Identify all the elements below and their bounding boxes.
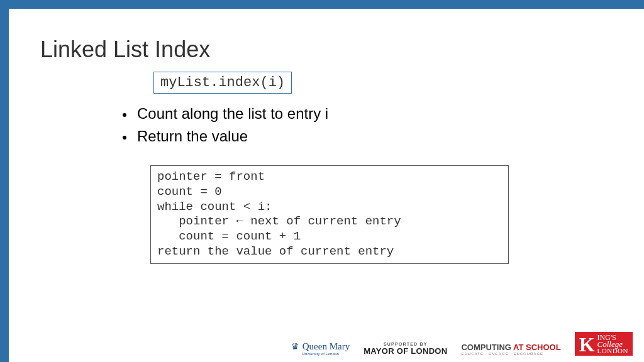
qm-text: Queen Mary <box>303 341 350 351</box>
crown-icon: ♛ <box>291 341 299 351</box>
cas-main: COMPUTING AT SCHOOL <box>461 343 560 352</box>
computing-at-school-logo: COMPUTING AT SCHOOL EDUCATE · ENGAGE · E… <box>461 343 560 356</box>
kcl-stack: ING'S College LONDON <box>597 334 628 354</box>
queen-mary-logo: ♛ Queen Mary University of London <box>291 341 350 356</box>
code-block: pointer = front count = 0 while count < … <box>150 165 509 264</box>
mayor-of-london-logo: SUPPORTED BY MAYOR OF LONDON <box>364 342 447 356</box>
kings-college-logo: K ING'S College LONDON <box>575 332 633 356</box>
kcl-k-letter: K <box>579 334 595 354</box>
qm-subtext: University of London <box>302 352 339 356</box>
list-item: Return the value <box>135 128 644 145</box>
cas-sub: EDUCATE · ENGAGE · ENCOURAGE <box>461 352 560 356</box>
mol-supported: SUPPORTED BY <box>384 342 428 346</box>
inline-code: myList.index(i) <box>153 72 292 94</box>
footer-logos: ♛ Queen Mary University of London SUPPOR… <box>291 332 633 356</box>
list-item: Count along the list to entry i <box>135 105 644 123</box>
bullet-list: Count along the list to entry i Return t… <box>135 105 644 145</box>
slide-title: Linked List Index <box>40 36 644 63</box>
mol-main: MAYOR OF LONDON <box>364 346 447 356</box>
